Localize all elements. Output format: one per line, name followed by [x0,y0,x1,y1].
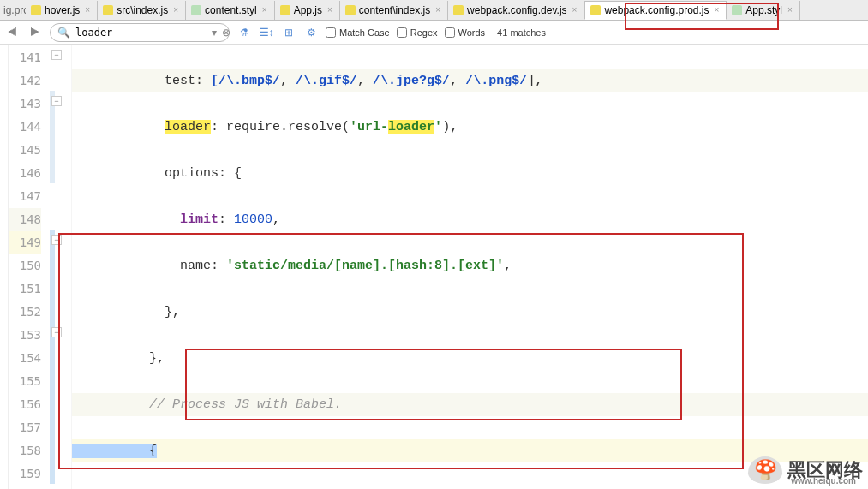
line-number: 150 [9,254,41,277]
prev-occurrence-button[interactable]: ⯇ [5,25,21,40]
tab-app-styl[interactable]: App.styl× [727,1,800,20]
fold-toggle-icon[interactable]: − [51,327,62,337]
code-line[interactable]: loader: require.resolve('url-loader'), [72,116,868,139]
clear-icon[interactable]: ⊗ [222,27,230,39]
tab-src-index-js[interactable]: src\index.js× [98,1,186,20]
settings-icon[interactable]: ⚙ [303,25,319,40]
js-icon [31,5,41,15]
tab-webpack-dev[interactable]: webpack.config.dev.js× [448,1,584,20]
tab-label: src\index.js [117,4,168,16]
filter-icon[interactable]: ⚗ [236,25,252,40]
line-number: 153 [9,324,41,347]
line-number: 159 [9,462,41,486]
js-icon [103,5,113,15]
line-number: 148 [9,208,41,231]
code-line[interactable]: test: /\.(js|jsx|mjs)$/, [72,486,868,489]
code-line[interactable]: limit: 10000, [72,208,868,231]
line-number: 157 [9,416,41,439]
js-icon [280,5,290,15]
match-case-option[interactable]: Match Case [326,27,390,38]
regex-checkbox[interactable] [397,27,407,38]
line-number: 147 [9,185,41,208]
tab-label: App.js [294,4,322,16]
close-icon[interactable]: × [434,5,442,15]
line-number: 152 [9,301,41,324]
add-selection-icon[interactable]: ⊞ [281,25,296,40]
line-number: 142 [9,69,41,92]
tab-webpack-prod[interactable]: webpack.config.prod.js× [584,1,727,20]
fold-rail [50,230,55,484]
close-icon[interactable]: × [83,5,92,15]
fold-toggle-icon[interactable]: − [51,50,62,60]
code-area[interactable]: test: [/\.bmp$/, /\.gif$/, /\.jpe?g$/, /… [72,45,868,489]
tab-hover-js[interactable]: hover.js× [26,1,98,20]
js-icon [345,5,356,15]
code-line[interactable]: name: 'static/media/[name].[hash:8].[ext… [72,254,868,277]
line-number-gutter: 141 142 143 144 145 146 147 148 149 150 … [9,45,48,489]
code-line[interactable]: // Process JS with Babel. [72,393,868,416]
line-number: 156 [9,393,41,416]
styl-icon [732,5,742,15]
match-case-checkbox[interactable] [326,27,336,38]
close-icon[interactable]: × [713,5,721,15]
tab-overflow-left: ig.prod.js [0,0,26,20]
search-input[interactable] [75,27,207,39]
js-icon [453,5,464,15]
line-number: 154 [9,347,41,370]
code-line[interactable]: test: [/\.bmp$/, /\.gif$/, /\.jpe?g$/, /… [72,69,868,92]
breakpoint-gutter[interactable] [0,45,9,489]
tab-app-js[interactable]: App.js× [275,1,340,20]
line-number: 141 [9,46,41,69]
tab-label: webpack.config.prod.js [604,4,709,16]
line-number: 143 [9,92,41,116]
words-checkbox[interactable] [445,27,455,38]
code-line[interactable]: { [72,439,868,462]
close-icon[interactable]: × [786,5,794,15]
tab-label: webpack.config.dev.js [467,4,567,16]
tab-content-styl[interactable]: content.styl× [186,1,275,20]
editor: 141 142 143 144 145 146 147 148 149 150 … [0,45,868,489]
history-icon[interactable]: ▾ [212,27,217,39]
fold-toggle-icon[interactable]: − [51,96,62,106]
line-number: 144 [9,116,41,139]
styl-icon [191,5,201,15]
tab-label: content\index.js [359,4,430,16]
line-number: 155 [9,370,41,393]
line-number: 151 [9,277,41,301]
js-icon [590,5,601,15]
fold-gutter[interactable]: − − − − [48,45,72,489]
close-icon[interactable]: × [326,5,334,15]
line-number: 158 [9,439,41,462]
words-option[interactable]: Words [445,27,486,38]
next-occurrence-button[interactable]: ⯈ [27,25,43,40]
line-number: 149 [9,231,41,254]
tab-bar: ig.prod.js hover.js× src\index.js× conte… [0,0,868,21]
close-icon[interactable]: × [260,5,269,15]
close-icon[interactable]: × [571,5,579,15]
code-line[interactable]: options: { [72,162,868,185]
regex-option[interactable]: Regex [397,27,438,38]
tab-content-index-js[interactable]: content\index.js× [340,1,448,20]
match-count: 41 matches [492,27,546,38]
search-icon: 🔍 [57,27,70,39]
tab-label: hover.js [45,4,80,16]
tab-label: App.styl [745,4,782,16]
tab-label: content.styl [205,4,257,16]
line-number: 146 [9,162,41,185]
find-bar: ⯇ ⯈ 🔍 ▾ ⊗ ⚗ ☰↕ ⊞ ⚙ Match Case Regex Word… [0,21,868,45]
select-all-icon[interactable]: ☰↕ [259,25,274,40]
code-line[interactable]: }, [72,347,868,370]
code-line[interactable]: }, [72,301,868,324]
close-icon[interactable]: × [171,5,180,15]
fold-toggle-icon[interactable]: − [51,235,62,245]
line-number: 145 [9,139,41,162]
search-box[interactable]: 🔍 ▾ ⊗ [50,23,230,42]
